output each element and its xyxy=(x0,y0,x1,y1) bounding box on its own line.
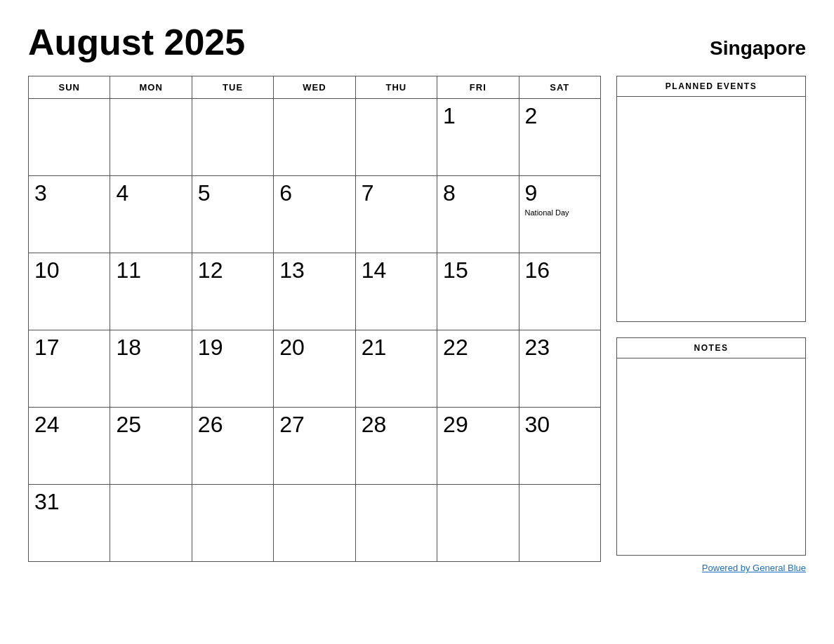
day-number: 3 xyxy=(34,180,104,206)
calendar-section: SUNMONTUEWEDTHUFRISAT 123456789National … xyxy=(28,76,601,562)
calendar-week-row: 31 xyxy=(29,485,601,562)
day-number: 20 xyxy=(279,335,349,361)
calendar-cell: 19 xyxy=(192,330,273,408)
calendar-cell: 2 xyxy=(519,99,600,176)
day-of-week-header: FRI xyxy=(437,76,519,99)
day-number: 24 xyxy=(34,412,104,438)
day-number: 8 xyxy=(443,180,512,206)
planned-events-header: PLANNED EVENTS xyxy=(617,76,805,97)
day-number: 29 xyxy=(443,412,512,438)
calendar-cell xyxy=(437,485,519,562)
day-of-week-header: MON xyxy=(110,76,192,99)
calendar-cell xyxy=(29,99,110,176)
calendar-cell: 24 xyxy=(29,408,110,485)
day-number: 12 xyxy=(198,257,267,283)
calendar-cell: 25 xyxy=(110,408,192,485)
sidebar: PLANNED EVENTS NOTES Powered by General … xyxy=(616,76,806,573)
day-number: 22 xyxy=(443,335,512,361)
day-number: 11 xyxy=(116,257,185,283)
day-number: 17 xyxy=(34,335,104,361)
calendar-week-row: 3456789National Day xyxy=(29,176,601,253)
day-number: 9 xyxy=(525,180,595,206)
calendar-cell: 3 xyxy=(29,176,110,253)
calendar-cell: 22 xyxy=(437,330,519,408)
calendar-cell: 5 xyxy=(192,176,273,253)
holiday-label: National Day xyxy=(525,208,595,217)
day-number: 18 xyxy=(116,335,185,361)
calendar-cell xyxy=(274,485,355,562)
calendar-cell: 13 xyxy=(274,253,355,330)
calendar-cell xyxy=(519,485,600,562)
day-of-week-header: SAT xyxy=(519,76,600,99)
day-number: 31 xyxy=(34,489,104,515)
day-number: 2 xyxy=(525,103,595,129)
calendar-cell xyxy=(110,99,192,176)
calendar-cell: 27 xyxy=(274,408,355,485)
calendar-week-row: 17181920212223 xyxy=(29,330,601,408)
calendar-cell: 11 xyxy=(110,253,192,330)
calendar-cell: 15 xyxy=(437,253,519,330)
day-number: 25 xyxy=(116,412,185,438)
calendar-cell: 12 xyxy=(192,253,273,330)
calendar-cell: 6 xyxy=(274,176,355,253)
day-number: 7 xyxy=(362,180,431,206)
main-layout: SUNMONTUEWEDTHUFRISAT 123456789National … xyxy=(28,76,806,573)
day-number: 26 xyxy=(198,412,267,438)
calendar-cell xyxy=(110,485,192,562)
powered-by: Powered by General Blue xyxy=(616,563,806,573)
calendar-cell xyxy=(274,99,355,176)
calendar-cell: 8 xyxy=(437,176,519,253)
calendar-cell: 26 xyxy=(192,408,273,485)
day-of-week-header: SUN xyxy=(29,76,110,99)
day-number: 23 xyxy=(525,335,595,361)
day-number: 4 xyxy=(116,180,185,206)
notes-content xyxy=(617,358,805,555)
calendar-cell: 23 xyxy=(519,330,600,408)
calendar-cell xyxy=(355,99,437,176)
country-title: Singapore xyxy=(710,37,806,60)
day-number: 15 xyxy=(443,257,512,283)
day-number: 19 xyxy=(198,335,267,361)
day-number: 6 xyxy=(279,180,349,206)
calendar-cell: 16 xyxy=(519,253,600,330)
day-of-week-header: WED xyxy=(274,76,355,99)
calendar-cell: 31 xyxy=(29,485,110,562)
calendar-cell: 21 xyxy=(355,330,437,408)
calendar-cell: 20 xyxy=(274,330,355,408)
day-number: 14 xyxy=(362,257,431,283)
calendar-cell xyxy=(192,99,273,176)
calendar-week-row: 24252627282930 xyxy=(29,408,601,485)
calendar-week-row: 12 xyxy=(29,99,601,176)
planned-events-content xyxy=(617,97,805,321)
day-number: 13 xyxy=(279,257,349,283)
notes-header: NOTES xyxy=(617,338,805,358)
calendar-week-row: 10111213141516 xyxy=(29,253,601,330)
notes-box: NOTES xyxy=(616,337,806,556)
calendar-cell: 18 xyxy=(110,330,192,408)
day-number: 5 xyxy=(198,180,267,206)
day-number: 28 xyxy=(362,412,431,438)
calendar-cell: 30 xyxy=(519,408,600,485)
calendar-cell: 4 xyxy=(110,176,192,253)
calendar-cell: 14 xyxy=(355,253,437,330)
calendar-cell: 29 xyxy=(437,408,519,485)
day-number: 30 xyxy=(525,412,595,438)
powered-by-link[interactable]: Powered by General Blue xyxy=(702,563,806,573)
calendar-cell: 10 xyxy=(29,253,110,330)
day-number: 21 xyxy=(362,335,431,361)
calendar-cell: 1 xyxy=(437,99,519,176)
day-of-week-header: THU xyxy=(355,76,437,99)
calendar-cell: 17 xyxy=(29,330,110,408)
calendar-cell: 28 xyxy=(355,408,437,485)
calendar-cell xyxy=(192,485,273,562)
day-number: 16 xyxy=(525,257,595,283)
day-number: 10 xyxy=(34,257,104,283)
planned-events-box: PLANNED EVENTS xyxy=(616,76,806,322)
day-number: 1 xyxy=(443,103,512,129)
calendar-table: SUNMONTUEWEDTHUFRISAT 123456789National … xyxy=(28,76,601,562)
month-year-title: August 2025 xyxy=(28,21,245,63)
calendar-cell xyxy=(355,485,437,562)
calendar-cell: 7 xyxy=(355,176,437,253)
calendar-cell: 9National Day xyxy=(519,176,600,253)
day-of-week-header: TUE xyxy=(192,76,273,99)
